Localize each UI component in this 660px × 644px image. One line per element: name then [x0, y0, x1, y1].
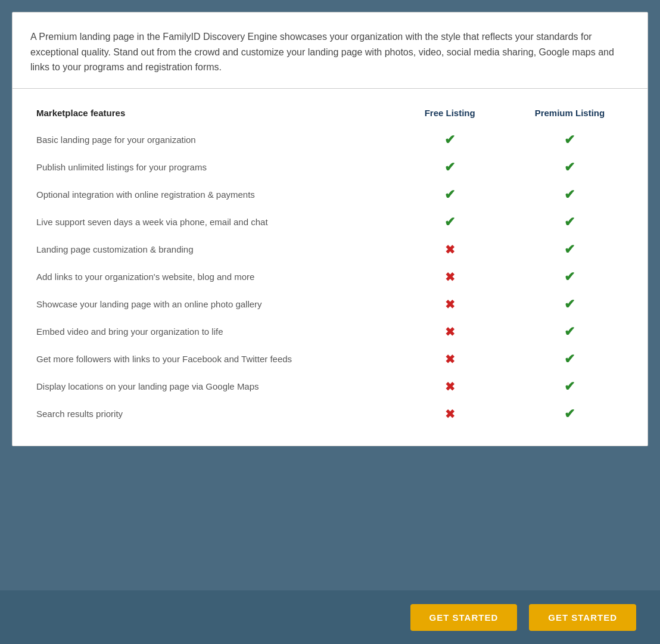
free-check-cell: ✖ [390, 291, 510, 318]
table-row: Get more followers with links to your Fa… [30, 346, 630, 373]
free-check-cell: ✖ [390, 346, 510, 373]
check-true-icon: ✔ [564, 379, 575, 394]
free-check-cell: ✔ [390, 154, 510, 181]
col-free-header: Free Listing [390, 101, 510, 126]
feature-label: Publish unlimited listings for your prog… [30, 154, 390, 181]
check-true-icon: ✔ [564, 242, 575, 257]
check-true-icon: ✔ [444, 214, 455, 229]
col-feature-header: Marketplace features [30, 101, 390, 126]
table-row: Live support seven days a week via phone… [30, 209, 630, 236]
free-check-cell: ✔ [390, 126, 510, 154]
feature-label: Get more followers with links to your Fa… [30, 346, 390, 373]
feature-label: Display locations on your landing page v… [30, 373, 390, 400]
feature-label: Showcase your landing page with an onlin… [30, 291, 390, 318]
table-row: Display locations on your landing page v… [30, 373, 630, 400]
check-false-icon: ✖ [445, 298, 455, 311]
free-check-cell: ✖ [390, 318, 510, 346]
feature-label: Basic landing page for your organization [30, 126, 390, 154]
table-row: Search results priority✖✔ [30, 400, 630, 428]
check-false-icon: ✖ [445, 243, 455, 256]
premium-check-cell: ✔ [510, 263, 630, 291]
check-true-icon: ✔ [564, 324, 575, 339]
features-section: Marketplace features Free Listing Premiu… [13, 89, 647, 446]
table-row: Embed video and bring your organization … [30, 318, 630, 346]
table-row: Landing page customization & branding✖✔ [30, 236, 630, 263]
features-tbody: Basic landing page for your organization… [30, 126, 630, 428]
premium-check-cell: ✔ [510, 291, 630, 318]
col-premium-header: Premium Listing [510, 101, 630, 126]
check-true-icon: ✔ [564, 187, 575, 202]
premium-check-cell: ✔ [510, 181, 630, 209]
free-check-cell: ✖ [390, 400, 510, 428]
feature-label: Landing page customization & branding [30, 236, 390, 263]
premium-check-cell: ✔ [510, 318, 630, 346]
premium-get-started-button[interactable]: GET STARTED [529, 604, 636, 631]
free-check-cell: ✖ [390, 263, 510, 291]
footer-bar: GET STARTED GET STARTED [0, 590, 660, 644]
feature-label: Live support seven days a week via phone… [30, 209, 390, 236]
check-true-icon: ✔ [444, 160, 455, 175]
feature-label: Add links to your organization's website… [30, 263, 390, 291]
features-table: Marketplace features Free Listing Premiu… [30, 101, 630, 428]
check-false-icon: ✖ [445, 270, 455, 284]
premium-check-cell: ✔ [510, 346, 630, 373]
free-get-started-button[interactable]: GET STARTED [410, 604, 518, 631]
check-true-icon: ✔ [564, 269, 575, 284]
check-false-icon: ✖ [445, 353, 455, 366]
premium-check-cell: ✔ [510, 154, 630, 181]
free-check-cell: ✔ [390, 181, 510, 209]
check-true-icon: ✔ [564, 351, 575, 366]
intro-section: A Premium landing page in the FamilyID D… [13, 13, 647, 89]
free-check-cell: ✔ [390, 209, 510, 236]
check-true-icon: ✔ [564, 214, 575, 229]
premium-check-cell: ✔ [510, 400, 630, 428]
check-true-icon: ✔ [564, 160, 575, 175]
check-true-icon: ✔ [564, 297, 575, 312]
table-row: Publish unlimited listings for your prog… [30, 154, 630, 181]
free-check-cell: ✖ [390, 373, 510, 400]
table-row: Optional integration with online registr… [30, 181, 630, 209]
premium-check-cell: ✔ [510, 126, 630, 154]
free-check-cell: ✖ [390, 236, 510, 263]
check-true-icon: ✔ [564, 406, 575, 421]
check-true-icon: ✔ [444, 187, 455, 202]
page-container: A Premium landing page in the FamilyID D… [0, 0, 660, 644]
main-card: A Premium landing page in the FamilyID D… [12, 12, 648, 446]
intro-text: A Premium landing page in the FamilyID D… [30, 29, 630, 75]
check-true-icon: ✔ [444, 132, 455, 147]
table-row: Add links to your organization's website… [30, 263, 630, 291]
premium-check-cell: ✔ [510, 209, 630, 236]
feature-label: Search results priority [30, 400, 390, 428]
table-row: Showcase your landing page with an onlin… [30, 291, 630, 318]
table-row: Basic landing page for your organization… [30, 126, 630, 154]
check-true-icon: ✔ [564, 132, 575, 147]
feature-label: Embed video and bring your organization … [30, 318, 390, 346]
check-false-icon: ✖ [445, 407, 455, 421]
feature-label: Optional integration with online registr… [30, 181, 390, 209]
check-false-icon: ✖ [445, 380, 455, 393]
premium-check-cell: ✔ [510, 373, 630, 400]
premium-check-cell: ✔ [510, 236, 630, 263]
check-false-icon: ✖ [445, 325, 455, 338]
table-header-row: Marketplace features Free Listing Premiu… [30, 101, 630, 126]
